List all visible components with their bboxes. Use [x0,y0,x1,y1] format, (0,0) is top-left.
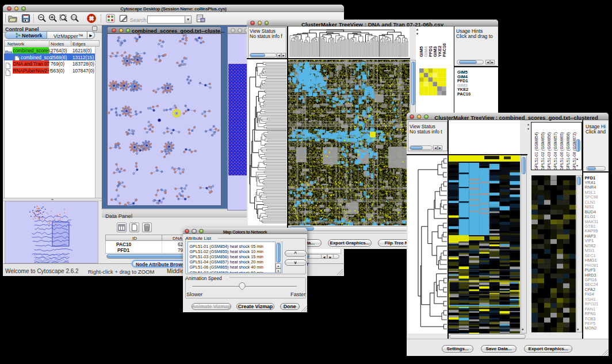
svg-text:1:1: 1:1 [72,16,76,19]
